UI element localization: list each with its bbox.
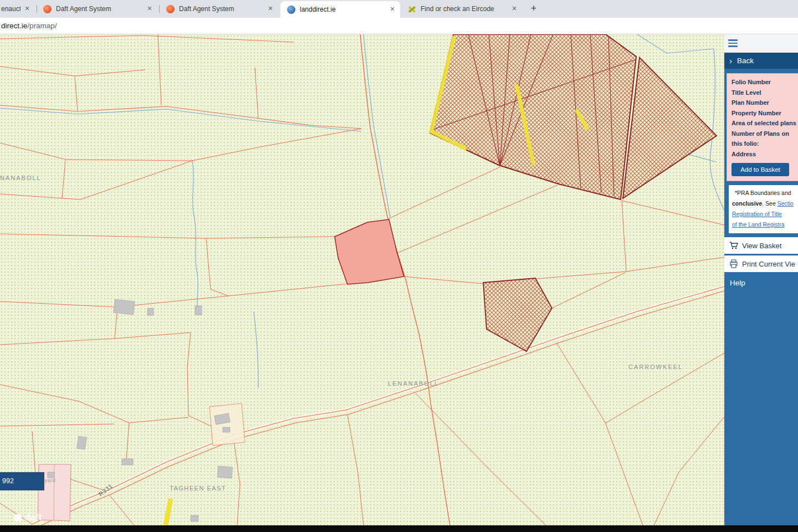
info-field-address: Address	[732, 149, 798, 160]
daft-favicon	[166, 5, 175, 13]
view-basket-button[interactable]: View Basket	[724, 237, 798, 254]
add-to-basket-button[interactable]: Add to Basket	[732, 163, 789, 176]
daft-logo-icon	[14, 514, 22, 521]
graveyard-parcel	[38, 403, 245, 521]
new-tab-button[interactable]: +	[528, 3, 540, 15]
info-field-plan-count: Number of Plans on this folio:	[732, 129, 798, 149]
help-button[interactable]: Help	[724, 276, 798, 290]
landdirect-favicon	[287, 6, 295, 14]
back-label: Back	[737, 57, 754, 65]
tab-enauctio[interactable]: enauctio ×	[0, 0, 35, 18]
daft-watermark: daft	[14, 512, 42, 523]
close-icon[interactable]: ×	[266, 4, 275, 13]
tab-daft-agent-1[interactable]: Daft Agent System ×	[38, 0, 157, 18]
townland-label-nanaboll: NANABOLL	[0, 175, 42, 181]
scale-badge: 992	[0, 472, 44, 490]
landdirect-panel: › Back Folio Number Title Level Plan Num…	[724, 34, 798, 525]
disclaimer-line-1: *PRA Boundaries and	[732, 188, 797, 198]
disclaimer-bold: conclusive	[732, 200, 762, 207]
watermark-text: daft	[24, 512, 42, 523]
registration-of-title-link[interactable]: Registration of Title	[732, 211, 782, 217]
section-link[interactable]: Sectio	[777, 200, 794, 207]
plot-info-panel: Folio Number Title Level Plan Number Pro…	[727, 73, 798, 181]
townland-label-carrowkeel: CARROWKEEL	[628, 364, 683, 370]
print-label: Print Current Vie	[742, 260, 795, 268]
tab-label: Find or check an Eircode	[421, 5, 508, 13]
disclaimer-mid: . See	[762, 200, 777, 207]
close-icon[interactable]: ×	[388, 5, 397, 14]
tab-label: landdirect.ie	[300, 6, 386, 13]
browser-tab-bar: enauctio × Daft Agent System × Daft Agen…	[0, 0, 798, 18]
disclaimer: *PRA Boundaries and conclusive. See Sect…	[729, 185, 798, 233]
view-basket-label: View Basket	[742, 242, 781, 250]
info-field-property-number: Property Number	[732, 108, 798, 119]
chevron-right-icon: ›	[729, 57, 732, 65]
tab-daft-agent-2[interactable]: Daft Agent System ×	[161, 0, 278, 18]
print-current-view-button[interactable]: Print Current Vie	[724, 255, 798, 272]
disclaimer-line-2: conclusive. See Sectio	[732, 198, 797, 209]
disclaimer-line-3: Registration of Title	[732, 209, 797, 219]
townland-label-lenanaboll: LENANABOLL	[388, 380, 439, 387]
eircode-favicon	[408, 5, 416, 13]
tab-landdirect-active[interactable]: landdirect.ie ×	[280, 1, 400, 18]
hatched-parcel-cluster[interactable]	[430, 34, 717, 200]
basket-icon	[729, 241, 738, 250]
info-field-folio-number: Folio Number	[732, 77, 798, 88]
url-path: /pramap/	[27, 22, 57, 30]
townland-label-tagheen-east: TAGHEEN EAST	[170, 485, 226, 492]
selected-parcel[interactable]	[335, 219, 404, 284]
bottom-edge	[0, 525, 798, 532]
daft-favicon	[43, 5, 52, 13]
hatched-parcel[interactable]	[483, 278, 552, 351]
address-bar[interactable]: direct.ie/pramap/	[0, 18, 798, 34]
close-icon[interactable]: ×	[510, 4, 519, 13]
info-field-plan-number: Plan Number	[732, 98, 798, 108]
land-registration-rules-link[interactable]: of the Land Registra	[732, 221, 785, 228]
highlighted-road-stub	[166, 499, 171, 525]
url-text: direct.ie/pramap/	[1, 18, 57, 34]
tab-label: Daft Agent System	[179, 5, 264, 13]
map-canvas[interactable]	[0, 34, 724, 525]
close-icon[interactable]: ×	[23, 4, 32, 13]
info-field-area: Area of selected plans	[732, 118, 798, 129]
tab-separator	[159, 5, 160, 13]
printer-icon	[729, 259, 738, 268]
url-domain: direct.ie	[1, 22, 27, 30]
pra-map-viewport[interactable]: NANABOLL LENANABOLL CARROWKEEL TAGHEEN E…	[0, 34, 724, 525]
tab-label: enauctio	[1, 5, 21, 13]
menu-icon[interactable]	[728, 39, 738, 49]
close-icon[interactable]: ×	[145, 4, 154, 13]
tab-label: Daft Agent System	[56, 5, 143, 13]
tab-eircode[interactable]: Find or check an Eircode ×	[402, 0, 522, 18]
back-button[interactable]: › Back	[724, 53, 798, 69]
tab-separator	[37, 5, 37, 13]
info-field-title-level: Title Level	[732, 88, 798, 98]
disclaimer-line-4: of the Land Registra	[732, 219, 797, 230]
screen: enauctio × Daft Agent System × Daft Agen…	[0, 0, 798, 532]
panel-header	[724, 34, 798, 53]
